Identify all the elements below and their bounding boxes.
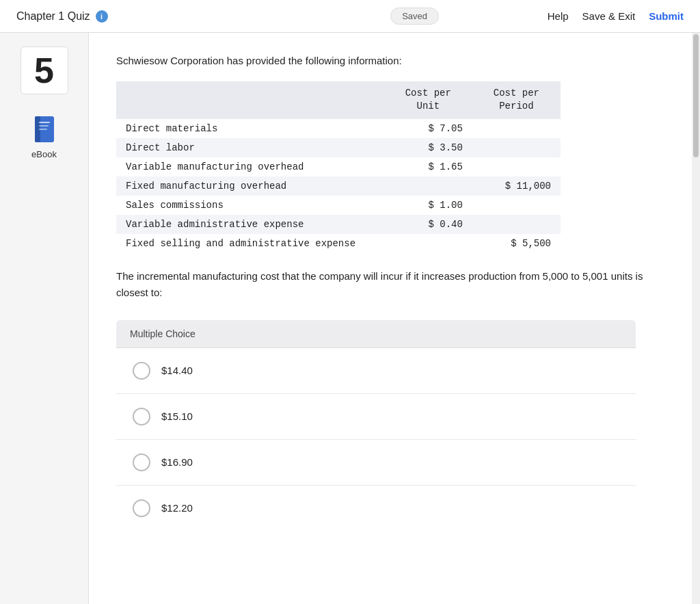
row-period-value (472, 215, 561, 234)
radio-a[interactable] (133, 362, 150, 380)
ebook-item[interactable]: eBook (31, 115, 57, 159)
page-layout: 5 eBook Schwiesow Corporation has provid… (0, 33, 700, 604)
row-unit-value: $ 7.05 (384, 119, 472, 138)
row-label: Direct materials (116, 119, 384, 138)
question-intro: Schwiesow Corporation has provided the f… (116, 53, 673, 69)
row-unit-value: $ 1.00 (384, 196, 472, 215)
table-label-header (116, 81, 384, 119)
row-period-value (472, 138, 561, 157)
table-row: Variable administrative expense$ 0.40 (116, 215, 561, 234)
ebook-label: eBook (31, 149, 57, 159)
ebook-icon (32, 115, 57, 145)
svg-rect-2 (39, 122, 50, 123)
option-c[interactable]: $16.90 (116, 440, 636, 486)
row-period-value (472, 157, 561, 176)
table-row: Fixed selling and administrative expense… (116, 234, 561, 253)
radio-b[interactable] (133, 408, 150, 425)
option-a[interactable]: $14.40 (116, 348, 636, 394)
option-label-d: $12.20 (161, 502, 193, 514)
info-icon[interactable]: i (96, 10, 108, 23)
row-label: Variable administrative expense (116, 215, 384, 234)
table-row: Direct materials$ 7.05 (116, 119, 561, 138)
radio-d[interactable] (133, 499, 150, 517)
row-unit-value: $ 3.50 (384, 138, 472, 157)
row-unit-value (384, 176, 472, 196)
sidebar: 5 eBook (0, 33, 89, 604)
row-unit-value: $ 0.40 (384, 215, 472, 234)
option-b[interactable]: $15.10 (116, 394, 636, 440)
multiple-choice-container: Multiple Choice $14.40$15.10$16.90$12.20 (116, 320, 636, 531)
submit-button[interactable]: Submit (649, 10, 684, 22)
row-period-value (472, 119, 561, 138)
row-label: Fixed selling and administrative expense (116, 234, 384, 253)
svg-rect-4 (39, 129, 47, 130)
row-period-value: $ 5,500 (472, 234, 561, 253)
row-unit-value: $ 1.65 (384, 157, 472, 176)
quiz-title: Chapter 1 Quiz (16, 10, 90, 23)
help-link[interactable]: Help (548, 10, 569, 22)
option-d[interactable]: $12.20 (116, 486, 636, 531)
radio-c[interactable] (133, 454, 150, 471)
question-number: 5 (21, 47, 68, 94)
row-unit-value (384, 234, 472, 253)
table-row: Variable manufacturing overhead$ 1.65 (116, 157, 561, 176)
table-period-header: Cost perPeriod (472, 81, 561, 119)
scrollbar-track[interactable] (692, 33, 700, 604)
table-row: Fixed manufacturing overhead$ 11,000 (116, 176, 561, 196)
svg-rect-3 (39, 125, 49, 127)
option-label-b: $15.10 (161, 410, 193, 422)
multiple-choice-header: Multiple Choice (116, 320, 636, 348)
header: Chapter 1 Quiz i Saved Help Save & Exit … (0, 0, 700, 33)
table-row: Direct labor$ 3.50 (116, 138, 561, 157)
main-content: Schwiesow Corporation has provided the f… (89, 33, 700, 604)
row-label: Variable manufacturing overhead (116, 157, 384, 176)
row-label: Fixed manufacturing overhead (116, 176, 384, 196)
scrollbar-thumb[interactable] (693, 34, 699, 157)
cost-table: Cost perUnit Cost perPeriod Direct mater… (116, 81, 561, 253)
row-label: Direct labor (116, 138, 384, 157)
option-label-a: $14.40 (161, 365, 193, 376)
table-unit-header: Cost perUnit (384, 81, 472, 119)
saved-badge: Saved (390, 8, 439, 25)
option-label-c: $16.90 (161, 456, 193, 468)
options-list: $14.40$15.10$16.90$12.20 (116, 348, 636, 531)
row-label: Sales commissions (116, 196, 384, 215)
header-left: Chapter 1 Quiz i (16, 10, 282, 23)
header-right: Help Save & Exit Submit (548, 10, 684, 22)
row-period-value: $ 11,000 (472, 176, 561, 196)
save-exit-link[interactable]: Save & Exit (582, 10, 636, 22)
header-center: Saved (282, 8, 547, 25)
question-body: The incremental manufacturing cost that … (116, 268, 673, 301)
row-period-value (472, 196, 561, 215)
table-row: Sales commissions$ 1.00 (116, 196, 561, 215)
